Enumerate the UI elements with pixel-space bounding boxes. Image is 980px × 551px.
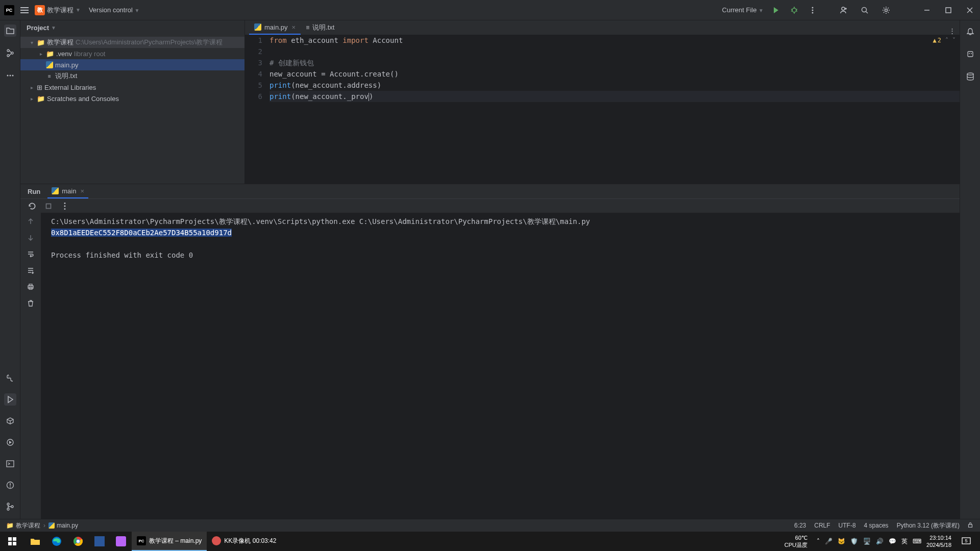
tray-wechat-icon[interactable]: 💬 xyxy=(889,538,896,545)
rerun-icon[interactable] xyxy=(28,202,37,211)
debug-button[interactable] xyxy=(788,4,800,16)
edge-icon[interactable] xyxy=(46,532,67,551)
editor: main.py× ≡说明.txt ⋮ 123456 from eth_accou… xyxy=(245,20,960,184)
svg-point-46 xyxy=(64,205,66,207)
editor-tab-more-icon[interactable]: ⋮ xyxy=(945,27,960,35)
svg-point-18 xyxy=(885,9,888,11)
tree-root[interactable]: ▾📁教学课程C:\Users\Administrator\PycharmProj… xyxy=(20,37,244,48)
database-icon[interactable] xyxy=(964,70,976,83)
interpreter[interactable]: Python 3.12 (教学课程) xyxy=(897,521,960,530)
notification-center-icon[interactable]: 5 xyxy=(957,536,976,546)
editor-tab-main[interactable]: main.py× xyxy=(249,20,301,35)
svg-point-13 xyxy=(842,7,845,10)
vcs-tool-icon[interactable] xyxy=(4,500,16,513)
file-explorer-icon[interactable] xyxy=(24,532,46,551)
down-trace-icon[interactable] xyxy=(25,232,36,243)
svg-rect-44 xyxy=(46,204,51,208)
svg-point-39 xyxy=(11,506,13,508)
svg-point-41 xyxy=(969,53,970,54)
run-tab-main[interactable]: main× xyxy=(47,184,88,198)
taskbar-kk[interactable]: KK录像机 00:03:42 xyxy=(207,532,281,551)
soft-wrap-icon[interactable] xyxy=(25,248,36,260)
tree-main-py[interactable]: main.py xyxy=(20,59,244,70)
more-actions-icon[interactable] xyxy=(806,4,819,16)
run-panel-title: Run xyxy=(28,188,40,195)
svg-rect-20 xyxy=(946,8,951,13)
python-console-icon[interactable] xyxy=(4,372,16,384)
taskbar-pycharm[interactable]: PC教学课程 – main.py xyxy=(132,532,207,551)
run-config-selector[interactable]: Current File ▼ xyxy=(722,6,764,14)
file-encoding[interactable]: UTF-8 xyxy=(839,522,856,529)
svg-point-42 xyxy=(971,53,972,54)
run-output[interactable]: C:\Users\Administrator\PycharmProjects\教… xyxy=(41,213,960,525)
run-more-icon[interactable] xyxy=(60,202,69,211)
services-icon[interactable] xyxy=(4,436,16,448)
more-tool-icon[interactable] xyxy=(4,69,16,82)
terminal-icon[interactable] xyxy=(4,458,16,470)
svg-point-31 xyxy=(8,375,9,377)
cursor-position[interactable]: 6:23 xyxy=(794,522,806,529)
settings-icon[interactable] xyxy=(880,4,892,16)
app-icon-2[interactable] xyxy=(110,532,132,551)
tree-scratches[interactable]: ▸📁Scratches and Consoles xyxy=(20,93,244,104)
start-button[interactable] xyxy=(0,537,24,546)
run-button[interactable] xyxy=(770,4,782,16)
maximize-button[interactable] xyxy=(942,4,954,16)
chrome-icon[interactable] xyxy=(67,532,89,551)
ime-indicator[interactable]: 英 xyxy=(901,537,908,546)
version-control-menu[interactable]: Version control ▼ xyxy=(89,6,140,14)
clock[interactable]: 23:10:142024/5/18 xyxy=(926,534,951,548)
svg-point-36 xyxy=(10,487,11,488)
project-name[interactable]: 教学课程 xyxy=(47,6,74,15)
stop-icon[interactable] xyxy=(44,202,53,211)
prev-highlight-icon[interactable]: ˄ xyxy=(945,37,948,44)
close-button[interactable] xyxy=(964,4,976,16)
project-header[interactable]: Project▼ xyxy=(20,20,244,35)
tray-defender-icon[interactable]: 🛡️ xyxy=(850,538,858,545)
line-separator[interactable]: CRLF xyxy=(814,522,830,529)
minimize-button[interactable] xyxy=(921,4,933,16)
run-tool-icon[interactable] xyxy=(4,393,16,406)
ime-mode-icon[interactable]: ⌨ xyxy=(913,538,921,545)
scroll-end-icon[interactable] xyxy=(25,265,36,276)
app-icon-1[interactable] xyxy=(89,532,110,551)
svg-point-29 xyxy=(9,75,11,77)
tray-mic-icon[interactable]: 🎤 xyxy=(825,538,832,545)
tray-network-icon[interactable]: 🖥️ xyxy=(863,538,871,545)
readonly-lock-icon[interactable] xyxy=(967,521,974,530)
tray-app-icon[interactable]: 🐱 xyxy=(838,538,845,545)
warning-indicator[interactable]: ▲2 xyxy=(933,37,941,44)
output-command: C:\Users\Administrator\PycharmProjects\教… xyxy=(51,216,949,227)
tray-expand-icon[interactable]: ˄ xyxy=(817,538,820,545)
problems-icon[interactable] xyxy=(4,479,16,491)
clear-icon[interactable] xyxy=(25,297,36,309)
up-trace-icon[interactable] xyxy=(25,216,36,227)
svg-point-30 xyxy=(12,75,13,77)
notifications-icon[interactable] xyxy=(964,26,976,38)
indent-setting[interactable]: 4 spaces xyxy=(864,522,889,529)
structure-tool-icon[interactable] xyxy=(4,47,16,59)
output-exit: Process finished with exit code 0 xyxy=(51,249,949,261)
chevron-down-icon: ▼ xyxy=(76,7,81,13)
breadcrumb-file[interactable]: main.py xyxy=(48,522,78,529)
code-with-me-icon[interactable] xyxy=(837,4,849,16)
next-highlight-icon[interactable]: ˅ xyxy=(952,37,955,44)
breadcrumb-project[interactable]: 📁 教学课程 xyxy=(6,521,40,530)
svg-point-3 xyxy=(792,8,796,12)
code-editor[interactable]: 123456 from eth_account import Account #… xyxy=(245,35,960,184)
cpu-temp[interactable]: 60℃CPU温度 xyxy=(785,534,807,548)
close-run-tab-icon[interactable]: × xyxy=(80,187,84,195)
print-icon[interactable] xyxy=(25,281,36,292)
search-icon[interactable] xyxy=(859,4,871,16)
close-tab-icon[interactable]: × xyxy=(292,23,296,31)
main-menu-icon[interactable] xyxy=(18,4,31,16)
svg-point-47 xyxy=(64,208,66,210)
project-tool-icon[interactable] xyxy=(4,24,16,37)
tree-ext-lib[interactable]: ▸⊞External Libraries xyxy=(20,82,244,93)
ai-assistant-icon[interactable] xyxy=(964,48,976,60)
tree-venv[interactable]: ▸📁.venvlibrary root xyxy=(20,48,244,59)
python-packages-icon[interactable] xyxy=(4,415,16,427)
tray-volume-icon[interactable]: 🔊 xyxy=(876,538,884,545)
editor-tab-readme[interactable]: ≡说明.txt xyxy=(301,20,339,35)
tree-readme[interactable]: ≡说明.txt xyxy=(20,70,244,82)
